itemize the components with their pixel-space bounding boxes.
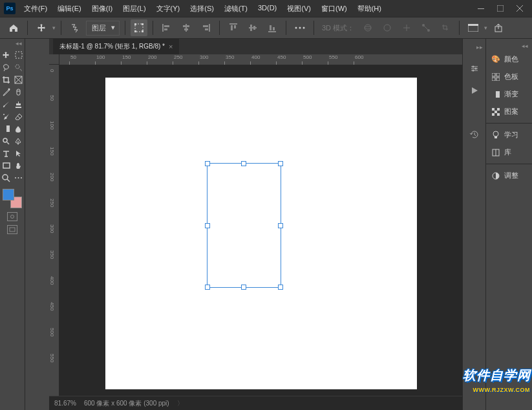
handle-se[interactable] <box>278 285 283 290</box>
clone-stamp-tool[interactable] <box>13 98 25 110</box>
tools-collapse-icon[interactable]: ◂◂ <box>0 40 25 48</box>
maximize-button[interactable] <box>491 2 510 15</box>
artboard[interactable] <box>105 78 417 389</box>
type-tool[interactable] <box>1 147 12 159</box>
quick-selection-tool[interactable] <box>13 61 25 73</box>
panel-label: 调整 <box>504 171 518 180</box>
eraser-tool[interactable] <box>13 111 25 122</box>
handle-sw[interactable] <box>205 285 210 290</box>
dock-collapse-icon[interactable]: ▸▸ <box>476 44 485 50</box>
3d-zoom-icon[interactable] <box>437 19 454 36</box>
dodge-tool[interactable] <box>1 135 12 147</box>
pen-tool[interactable] <box>13 135 25 147</box>
handle-nw[interactable] <box>205 161 210 166</box>
menu-layer[interactable]: 图层(L) <box>118 1 150 16</box>
menu-filter[interactable]: 滤镜(T) <box>220 1 252 16</box>
zoom-tool[interactable] <box>1 172 12 184</box>
statusbar-chevron-icon[interactable]: 〉 <box>177 399 184 408</box>
svg-rect-57 <box>492 78 495 81</box>
align-hcenter-icon[interactable] <box>178 19 195 36</box>
document-info[interactable]: 600 像素 x 600 像素 (300 ppi) <box>84 399 169 408</box>
menu-window[interactable]: 窗口(W) <box>317 1 352 16</box>
handle-w[interactable] <box>205 223 210 228</box>
align-left-icon[interactable] <box>158 19 175 36</box>
panels-collapse-icon[interactable]: ◂◂ <box>486 43 532 50</box>
menu-select[interactable]: 选择(S) <box>186 1 218 16</box>
menu-type[interactable]: 文字(Y) <box>152 1 185 16</box>
menu-view[interactable]: 视图(V) <box>282 1 315 16</box>
eyedropper-tool[interactable] <box>1 86 12 98</box>
gradient-tool[interactable] <box>1 123 12 135</box>
svg-point-54 <box>472 70 474 72</box>
frame-tool[interactable] <box>13 74 25 85</box>
handle-e[interactable] <box>278 223 283 228</box>
path-selection-tool[interactable] <box>13 147 25 159</box>
collapsed-panel-1[interactable] <box>25 39 49 410</box>
blur-tool[interactable] <box>13 123 25 135</box>
3d-pan-icon[interactable] <box>398 19 415 36</box>
crop-tool[interactable] <box>1 74 12 85</box>
lasso-tool[interactable] <box>1 61 12 73</box>
ruler-vertical[interactable]: 050100150200250300350400450500550 <box>49 65 59 396</box>
play-icon[interactable] <box>468 84 481 97</box>
autoselect-icon[interactable] <box>67 19 83 36</box>
home-button[interactable] <box>5 19 22 36</box>
rectangle-shape[interactable] <box>207 163 281 288</box>
workspace-icon[interactable] <box>465 19 482 36</box>
close-button[interactable] <box>510 2 529 15</box>
share-icon[interactable] <box>490 19 507 36</box>
menu-3d[interactable]: 3D(D) <box>253 1 281 16</box>
color-swatches[interactable] <box>3 189 22 208</box>
panel-gradients[interactable]: 渐变 <box>486 85 532 103</box>
foreground-color-swatch[interactable] <box>3 189 14 200</box>
align-top-icon[interactable] <box>225 19 242 36</box>
minimize-button[interactable] <box>471 2 491 15</box>
3d-slide-icon[interactable] <box>418 19 434 36</box>
handle-n[interactable] <box>241 161 246 166</box>
quickmask-toggle[interactable] <box>7 212 17 221</box>
menu-help[interactable]: 帮助(H) <box>353 1 386 16</box>
more-options-icon[interactable] <box>292 19 308 36</box>
menu-edit[interactable]: 编辑(E) <box>53 1 86 16</box>
transform-controls-toggle[interactable] <box>131 19 147 36</box>
menu-image[interactable]: 图像(I) <box>87 1 117 16</box>
panel-libraries[interactable]: 库 <box>486 144 532 161</box>
handle-ne[interactable] <box>278 161 283 166</box>
panel-label: 渐变 <box>504 89 518 99</box>
svg-rect-20 <box>250 25 252 31</box>
align-bottom-icon[interactable] <box>264 19 281 36</box>
brush-tool[interactable] <box>1 98 12 110</box>
3d-roll-icon[interactable] <box>379 19 396 36</box>
panel-color[interactable]: 🎨颜色 <box>486 50 532 68</box>
menu-file[interactable]: 文件(F) <box>19 1 52 16</box>
move-tool[interactable] <box>1 49 12 61</box>
spot-healing-tool[interactable] <box>13 86 25 98</box>
svg-rect-15 <box>205 28 208 30</box>
properties-icon[interactable] <box>468 62 481 75</box>
history-brush-tool[interactable] <box>1 111 12 122</box>
canvas[interactable] <box>59 65 462 396</box>
ruler-horizontal[interactable]: 50100150200250300350400450500550600 <box>49 54 462 65</box>
handle-s[interactable] <box>241 285 246 290</box>
rectangle-tool[interactable] <box>1 160 12 171</box>
move-icon[interactable] <box>33 19 50 36</box>
panel-patterns[interactable]: 图案 <box>486 103 532 120</box>
zoom-level[interactable]: 81.67% <box>54 400 76 407</box>
rectangular-marquee-tool[interactable] <box>13 49 25 61</box>
svg-point-48 <box>18 177 19 178</box>
panel-swatches[interactable]: 色板 <box>486 68 532 85</box>
align-right-icon[interactable] <box>197 19 214 36</box>
panel-learn[interactable]: 学习 <box>486 126 532 144</box>
screenmode-button[interactable] <box>7 225 17 234</box>
align-vcenter-icon[interactable] <box>244 19 261 36</box>
panel-adjustments[interactable]: 调整 <box>486 167 532 184</box>
svg-rect-61 <box>492 108 495 111</box>
tab-close-icon[interactable]: × <box>169 43 173 50</box>
document-tab[interactable]: 未标题-1 @ 81.7% (矩形 1, RGB/8) * × <box>53 39 179 54</box>
layer-dropdown[interactable]: 图层 <box>86 21 120 36</box>
app-logo: Ps <box>4 3 16 14</box>
3d-orbit-icon[interactable] <box>359 19 376 36</box>
hand-tool[interactable] <box>13 160 25 171</box>
history-icon[interactable] <box>468 128 481 141</box>
edit-toolbar-button[interactable] <box>13 172 25 184</box>
